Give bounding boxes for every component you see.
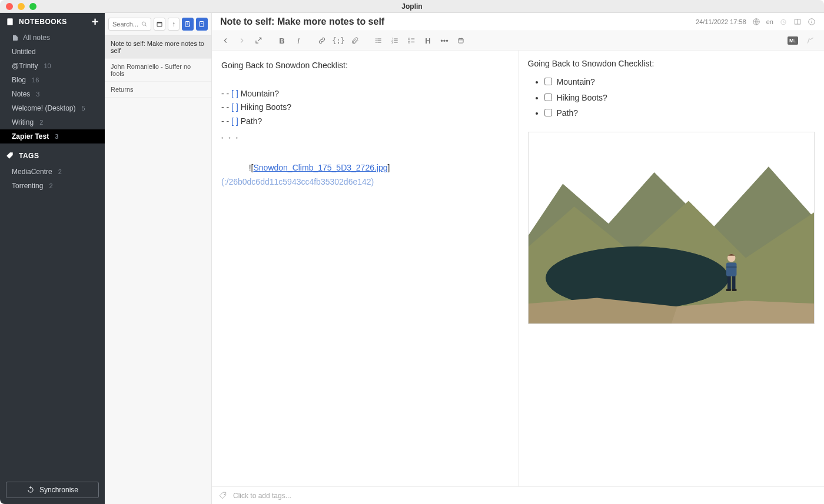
note-title[interactable]: Note to self: Make more notes to self — [220, 16, 384, 27]
heading-button[interactable]: H — [420, 34, 436, 48]
toggle-layout-button[interactable] — [793, 18, 802, 26]
note-list-panel: ↑ Note to self: Make more notes to selfJ… — [105, 13, 212, 504]
editor-split: Going Back to Snowdon Checklist: - - [ ]… — [212, 51, 824, 486]
sidebar-notebook-item[interactable]: Notes3 — [0, 87, 105, 101]
editor-column: Note to self: Make more notes to self 24… — [212, 13, 824, 504]
italic-button[interactable]: I — [291, 34, 306, 48]
svg-rect-1 — [157, 22, 162, 24]
new-note-button[interactable] — [182, 18, 194, 31]
synchronise-button[interactable]: Synchronise — [6, 482, 99, 498]
note-meta: 24/11/2022 17:58 en — [696, 18, 816, 26]
md-checklist-line: - - [ ] Mountain? — [221, 87, 509, 101]
notebook-name: Blog — [12, 76, 26, 84]
insert-time-button[interactable] — [453, 34, 469, 48]
note-list-item[interactable]: Returns — [105, 82, 211, 98]
note-properties-button[interactable] — [808, 18, 816, 26]
svg-rect-14 — [408, 38, 410, 40]
note-list: Note to self: Make more notes to selfJoh… — [105, 36, 211, 504]
checklist-label: Hiking Boots? — [557, 93, 607, 102]
svg-point-10 — [376, 42, 377, 43]
all-notes-label: All notes — [23, 34, 50, 42]
sort-direction-button[interactable]: ↑ — [168, 18, 180, 31]
sidebar: NOTEBOOKS + All notes Untitled@Trinity10… — [0, 13, 105, 504]
md-heading: Going Back to Snowdon Checklist: — [221, 59, 509, 73]
alarm-button[interactable] — [779, 18, 788, 26]
checklist-checkbox[interactable] — [544, 109, 552, 116]
editor-toolbar: B I {;} 123 H ••• M↓ — [212, 31, 824, 51]
notebook-count: 16 — [32, 76, 39, 84]
checklist-checkbox[interactable] — [544, 94, 552, 101]
sidebar-notebook-item[interactable]: @Trinity10 — [0, 59, 105, 73]
external-edit-button[interactable] — [251, 34, 266, 48]
notebook-name: @Trinity — [12, 62, 38, 70]
nav-back-button[interactable] — [218, 34, 233, 48]
bold-button[interactable]: B — [274, 34, 290, 48]
sidebar-tag-item[interactable]: MediaCentre2 — [0, 165, 105, 179]
sidebar-notebook-item[interactable]: Untitled — [0, 45, 105, 59]
toggle-markdown-button[interactable]: M↓ — [785, 34, 800, 48]
bulleted-list-button[interactable] — [371, 34, 386, 48]
search-input[interactable] — [112, 21, 141, 28]
notebook-name: Notes — [12, 90, 30, 98]
svg-text:3: 3 — [391, 41, 393, 44]
sidebar-notebook-item[interactable]: Writing2 — [0, 115, 105, 129]
search-box[interactable] — [108, 18, 151, 31]
attach-button[interactable] — [347, 34, 363, 48]
spellcheck-button[interactable] — [752, 18, 760, 26]
app-window: Joplin NOTEBOOKS + All notes Untitled@Tr… — [0, 0, 824, 504]
numbered-list-button[interactable]: 123 — [387, 34, 403, 48]
tags-header: TAGS — [0, 147, 105, 165]
svg-rect-24 — [732, 274, 735, 290]
toggle-editor-button[interactable] — [803, 34, 818, 48]
link-button[interactable] — [314, 34, 330, 48]
notebook-name: Untitled — [12, 48, 36, 56]
note-lang: en — [766, 18, 773, 25]
note-header: Note to self: Make more notes to self 24… — [212, 13, 824, 31]
preview-checklist-item: Path? — [544, 105, 815, 121]
note-list-toolbar: ↑ — [105, 13, 211, 36]
tag-name: MediaCentre — [12, 168, 52, 176]
notebooks-header: NOTEBOOKS + — [0, 13, 105, 31]
markdown-editor[interactable]: Going Back to Snowdon Checklist: - - [ ]… — [212, 51, 519, 486]
notebook-name: Welcome! (Desktop) — [12, 104, 75, 112]
tags-footer[interactable]: Click to add tags... — [212, 486, 824, 504]
preview-checklist-item: Hiking Boots? — [544, 90, 815, 106]
toggle-sort-date-button[interactable] — [154, 18, 165, 31]
preview-pane: Going Back to Snowdon Checklist: Mountai… — [519, 51, 825, 486]
notebooks-list: Untitled@Trinity10Blog16Notes3Welcome! (… — [0, 45, 105, 143]
new-todo-button[interactable] — [196, 18, 208, 31]
svg-rect-23 — [727, 274, 730, 290]
note-list-item[interactable]: Note to self: Make more notes to self — [105, 36, 211, 59]
notebook-count: 10 — [44, 62, 51, 69]
sidebar-notebook-item[interactable]: Blog16 — [0, 73, 105, 87]
tag-name: Torrenting — [12, 182, 43, 190]
tags-placeholder: Click to add tags... — [233, 492, 291, 500]
svg-point-29 — [224, 493, 225, 495]
notebook-icon — [6, 18, 14, 26]
note-list-item[interactable]: John Romaniello - Suffer no fools — [105, 59, 211, 82]
tag-count: 2 — [49, 182, 52, 189]
svg-point-9 — [376, 40, 377, 41]
sidebar-tag-item[interactable]: Torrenting2 — [0, 179, 105, 193]
tag-icon — [6, 152, 14, 160]
sidebar-notebook-item[interactable]: Welcome! (Desktop)5 — [0, 101, 105, 115]
notebook-count: 5 — [81, 105, 85, 112]
checkbox-list-button[interactable] — [404, 34, 419, 48]
svg-rect-28 — [732, 289, 736, 291]
svg-rect-27 — [726, 289, 730, 291]
preview-image — [528, 132, 815, 324]
nav-forward-button[interactable] — [234, 34, 250, 48]
titlebar: Joplin — [0, 0, 824, 13]
sidebar-notebook-item[interactable]: Zapier Test3 — [0, 129, 105, 143]
checklist-checkbox[interactable] — [544, 78, 552, 85]
tag-count: 2 — [58, 168, 62, 175]
svg-rect-25 — [726, 262, 736, 276]
all-notes-item[interactable]: All notes — [0, 31, 105, 45]
app-title: Joplin — [0, 2, 824, 11]
search-icon — [141, 21, 147, 28]
hr-button[interactable]: ••• — [437, 34, 452, 48]
notebook-count: 2 — [39, 119, 43, 126]
add-notebook-button[interactable]: + — [92, 18, 99, 26]
tags-list: MediaCentre2Torrenting2 — [0, 165, 105, 193]
code-button[interactable]: {;} — [331, 34, 346, 48]
